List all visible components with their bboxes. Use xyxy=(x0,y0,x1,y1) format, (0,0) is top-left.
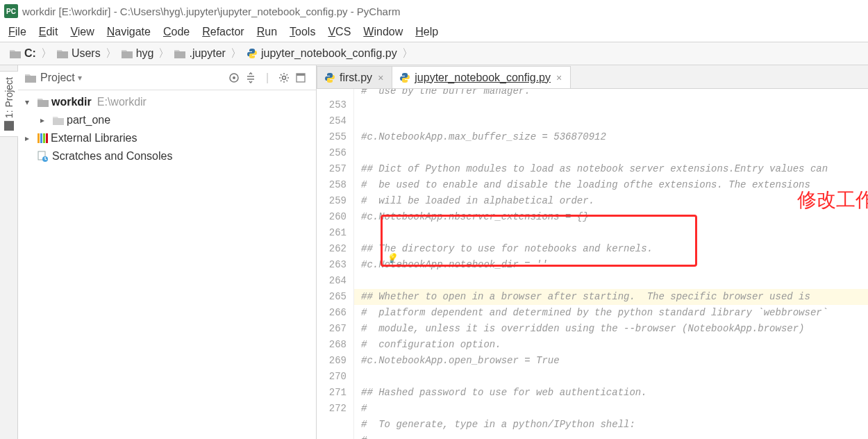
intention-bulb-icon[interactable]: 💡 xyxy=(386,251,397,267)
gutter-line-number: 261 xyxy=(317,225,347,241)
menu-item-window[interactable]: Window xyxy=(363,26,403,38)
code-line[interactable]: # configuration option. xyxy=(361,337,868,353)
scratches-icon xyxy=(37,151,49,162)
crumb-c[interactable]: C: xyxy=(7,47,39,60)
gutter-line-number: 260 xyxy=(317,209,347,225)
gutter-line-number: 266 xyxy=(317,305,347,321)
crumb-hyg[interactable]: hyg xyxy=(119,47,157,60)
python-file-icon xyxy=(399,72,410,83)
menu-item-run[interactable]: Run xyxy=(257,26,277,38)
svg-line-9 xyxy=(281,80,282,81)
menu-item-navigate[interactable]: Navigate xyxy=(107,26,151,38)
svg-line-7 xyxy=(281,74,282,76)
code-area[interactable]: # use by the buffer manager. #c.Notebook… xyxy=(354,89,868,439)
menu-item-tools[interactable]: Tools xyxy=(290,26,315,38)
code-line[interactable]: #c.NotebookApp.nbserver_extensions = {} xyxy=(361,209,868,225)
tool-window-strip: 1: Project xyxy=(0,65,18,439)
folder-icon xyxy=(174,49,185,58)
code-line[interactable] xyxy=(361,369,868,385)
project-panel: Project ▾ | workdir xyxy=(18,65,317,439)
expand-arrow-icon[interactable] xyxy=(25,97,35,107)
chevron-right-icon: 〉 xyxy=(228,47,244,61)
tree-root-name: workdir xyxy=(51,96,92,108)
code-line[interactable]: # platform dependent and determined by t… xyxy=(361,305,868,321)
chevron-right-icon: 〉 xyxy=(400,47,415,61)
code-line[interactable]: #c.NotebookApp.open_browser = True xyxy=(361,353,868,369)
pycharm-logo-icon: PC xyxy=(4,4,18,18)
code-line[interactable]: ## Dict of Python modules to load as not… xyxy=(361,161,868,177)
gutter-line-number: 272 xyxy=(317,401,347,417)
editor-panel: first.py×jupyter_notebook_config.py× 253… xyxy=(317,65,868,439)
tree-external-libraries[interactable]: External Libraries xyxy=(22,129,316,147)
editor-tab-jupyternotebookconfigpy[interactable]: jupyter_notebook_config.py× xyxy=(392,66,571,88)
editor-tab-firstpy[interactable]: first.py× xyxy=(317,66,392,88)
code-line[interactable]: ## The directory to use for notebooks an… xyxy=(361,241,868,257)
tree-item-part-one[interactable]: part_one xyxy=(22,111,316,129)
tree-root[interactable]: workdir E:\workdir xyxy=(22,93,316,111)
crumb-jupyternotebookconfigpy[interactable]: jupyter_notebook_config.py xyxy=(244,47,400,60)
divider: | xyxy=(259,69,276,86)
chevron-right-icon: 〉 xyxy=(103,47,119,61)
menu-item-edit[interactable]: Edit xyxy=(39,26,58,38)
project-tool-tab[interactable]: 1: Project xyxy=(0,71,18,137)
code-line[interactable]: # To generate, type in a python/IPython … xyxy=(361,417,868,433)
code-line[interactable]: #c.NotebookApp.max_buffer_size = 5368709… xyxy=(361,129,868,145)
crumb-label: C: xyxy=(24,47,36,60)
svg-line-8 xyxy=(287,80,288,81)
hide-panel-button[interactable] xyxy=(292,69,309,86)
crumb-label: hyg xyxy=(136,47,154,60)
tree-item-label: Scratches and Consoles xyxy=(52,150,172,163)
tree-scratches[interactable]: Scratches and Consoles xyxy=(22,147,316,165)
menu-item-refactor[interactable]: Refactor xyxy=(202,26,244,38)
svg-point-1 xyxy=(233,76,235,79)
tree-item-label: part_one xyxy=(67,114,110,126)
code-line[interactable]: # be used to enable and disable the load… xyxy=(361,177,868,193)
collapse-all-button[interactable] xyxy=(242,69,259,86)
code-line[interactable]: # xyxy=(361,401,868,417)
python-file-icon xyxy=(324,72,335,83)
code-line[interactable]: ## Whether to open in a browser after st… xyxy=(354,289,868,305)
crumb-users[interactable]: Users xyxy=(54,47,103,60)
crumb-jupyter[interactable]: .jupyter xyxy=(172,47,228,60)
folder-icon xyxy=(57,49,68,58)
close-tab-icon[interactable]: × xyxy=(555,72,563,83)
code-line[interactable] xyxy=(361,145,868,161)
chevron-right-icon: 〉 xyxy=(156,47,172,61)
gutter-line-number: 268 xyxy=(317,337,347,353)
menu-item-code[interactable]: Code xyxy=(163,26,190,38)
code-editor[interactable]: 2532542552562572582592602612622632642652… xyxy=(317,89,868,439)
gutter-line-number: 270 xyxy=(317,369,347,385)
window-title: workdir [E:\workdir] - C:\Users\hyg\.jup… xyxy=(22,6,400,17)
code-line[interactable]: # xyxy=(361,433,868,439)
folder-icon xyxy=(10,49,21,58)
editor-tabs: first.py×jupyter_notebook_config.py× xyxy=(317,65,868,89)
folder-icon xyxy=(25,73,36,83)
project-tree: workdir E:\workdir part_one External Lib… xyxy=(18,90,316,165)
menu-item-view[interactable]: View xyxy=(70,26,94,38)
crumb-label: Users xyxy=(72,47,101,60)
code-line[interactable]: #c.NotebookApp.notebook_dir = '' xyxy=(361,257,868,273)
svg-line-10 xyxy=(287,74,288,76)
folder-icon xyxy=(122,49,133,58)
code-line[interactable]: ## Hashed password to use for web authen… xyxy=(361,385,868,401)
expand-arrow-icon[interactable] xyxy=(40,115,50,125)
code-line[interactable]: # module, unless it is overridden using … xyxy=(361,321,868,337)
code-line[interactable] xyxy=(361,273,868,289)
code-line[interactable] xyxy=(361,225,868,241)
menu-item-file[interactable]: File xyxy=(8,26,26,38)
svg-point-2 xyxy=(283,76,286,79)
settings-button[interactable] xyxy=(276,69,292,86)
project-panel-header: Project ▾ | xyxy=(18,65,316,90)
menu-item-help[interactable]: Help xyxy=(415,26,438,38)
gutter-line-number: 257 xyxy=(317,161,347,177)
code-line[interactable]: # will be loaded in alphabetical order. xyxy=(361,193,868,209)
close-tab-icon[interactable]: × xyxy=(376,72,385,83)
folder-icon xyxy=(53,115,64,125)
expand-arrow-icon[interactable] xyxy=(25,133,35,143)
code-line[interactable]: # use by the buffer manager. xyxy=(361,89,868,97)
gutter-line-number: 258 xyxy=(317,177,347,193)
chevron-down-icon[interactable]: ▾ xyxy=(78,73,82,83)
menu-item-vcs[interactable]: VCS xyxy=(328,26,351,38)
crumb-label: jupyter_notebook_config.py xyxy=(261,47,397,60)
scroll-from-source-button[interactable] xyxy=(226,69,242,86)
